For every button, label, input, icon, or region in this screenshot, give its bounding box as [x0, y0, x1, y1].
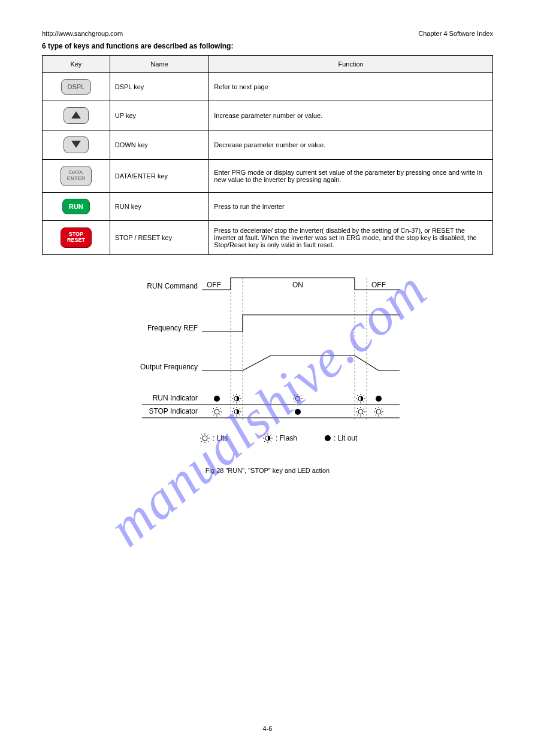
svg-line-42 — [219, 415, 220, 416]
header-right-chapter: Chapter 4 Software Index — [418, 30, 493, 37]
svg-line-32 — [363, 402, 364, 403]
func-cell: Press to decelerate/ stop the inverter( … — [209, 221, 493, 255]
up-arrow-key-icon — [64, 107, 89, 124]
func-cell: Enter PRG mode or display current set va… — [209, 160, 493, 193]
legend-row: : Lits : Flash : Lit out — [200, 433, 358, 443]
func-cell: Decrease parameter number or value. — [209, 130, 493, 160]
run-indicator-row — [214, 394, 382, 403]
stop-reset-key-icon: STOP RESET — [61, 227, 92, 248]
th-name: Name — [110, 56, 208, 73]
svg-point-55 — [358, 409, 363, 414]
label-output-frequency: Output Frequency — [140, 363, 197, 371]
svg-line-16 — [239, 395, 240, 396]
legend-litout-icon — [325, 435, 331, 441]
svg-line-25 — [300, 395, 301, 396]
svg-line-41 — [213, 408, 214, 409]
triangle-up-icon — [71, 111, 81, 119]
svg-text:: Lit out: : Lit out — [334, 434, 358, 442]
label-run-indicator: RUN Indicator — [152, 394, 197, 402]
label-off-left: OFF — [207, 281, 221, 289]
legend-lits-icon — [200, 433, 210, 443]
svg-line-89 — [270, 441, 271, 442]
svg-line-44 — [219, 408, 220, 409]
page-body: http://www.sanchgroup.com Chapter 4 Soft… — [0, 0, 535, 474]
svg-line-60 — [357, 408, 358, 409]
data-enter-key-icon: DATA ENTER — [61, 166, 92, 186]
label-frequency-ref: Frequency REF — [147, 324, 197, 332]
name-cell: DATA/ENTER key — [110, 160, 208, 193]
svg-line-61 — [363, 415, 364, 416]
th-key: Key — [43, 56, 110, 73]
svg-line-78 — [201, 435, 202, 436]
table-row: STOP RESET STOP / RESET key Press to dec… — [43, 221, 493, 255]
svg-line-43 — [213, 415, 214, 416]
dspl-key-icon: DSPL — [61, 79, 92, 95]
section-heading: 6 type of keys and functions are describ… — [42, 42, 493, 50]
svg-point-17 — [295, 396, 300, 401]
timing-diagram-svg: RUN Command OFF ON OFF Frequency REF Out… — [124, 266, 412, 457]
svg-line-91 — [270, 435, 271, 436]
svg-line-13 — [233, 395, 234, 396]
figure-caption: Fig 28 "RUN", "STOP" key and LED action — [42, 467, 493, 474]
svg-point-64 — [376, 409, 381, 414]
svg-line-15 — [233, 402, 234, 403]
svg-line-14 — [239, 402, 240, 403]
svg-line-81 — [207, 435, 208, 436]
legend-litout: Lit out — [337, 434, 357, 442]
svg-line-88 — [264, 435, 265, 436]
name-cell: STOP / RESET key — [110, 221, 208, 255]
svg-line-50 — [233, 408, 234, 409]
th-func: Function — [209, 56, 493, 73]
func-cell: Press to run the inverter — [209, 193, 493, 221]
svg-line-52 — [233, 415, 234, 416]
key-up-cell — [43, 101, 110, 130]
legend-lits: Lits — [216, 434, 228, 442]
svg-line-80 — [201, 441, 202, 442]
table-header-row: Key Name Function — [43, 56, 493, 73]
svg-text:: Lits: : Lits — [213, 434, 228, 442]
table-row: RUN RUN key Press to run the inverter — [43, 193, 493, 221]
name-cell: DOWN key — [110, 130, 208, 160]
svg-line-23 — [300, 402, 301, 403]
key-stop-reset-cell: STOP RESET — [43, 221, 110, 255]
header-left-url: http://www.sanchgroup.com — [42, 30, 123, 37]
func-cell: Refer to next page — [209, 73, 493, 101]
label-off-right: OFF — [371, 281, 386, 289]
svg-line-71 — [375, 415, 376, 416]
label-run-command: RUN Command — [147, 282, 198, 290]
stop-indicator-row — [212, 407, 383, 417]
sun-lits-icon — [293, 394, 303, 403]
run-key-icon: RUN — [62, 199, 90, 214]
svg-line-24 — [294, 402, 295, 403]
key-dspl-cell: DSPL — [43, 73, 110, 101]
label-stop-indicator: STOP Indicator — [149, 407, 198, 415]
label-on: ON — [292, 281, 303, 289]
svg-line-33 — [357, 402, 358, 403]
svg-line-53 — [239, 408, 240, 409]
svg-line-22 — [294, 395, 295, 396]
svg-line-62 — [357, 415, 358, 416]
svg-line-34 — [363, 395, 364, 396]
legend-flash: Flash — [279, 434, 297, 442]
svg-point-35 — [376, 396, 382, 402]
svg-point-36 — [214, 409, 219, 414]
triangle-down-icon — [71, 141, 81, 148]
svg-line-79 — [207, 441, 208, 442]
legend-flash-icon — [263, 433, 273, 443]
sun-flash-icon — [234, 396, 239, 401]
svg-line-90 — [264, 441, 265, 442]
table-row: DATA ENTER DATA/ENTER key Enter PRG mode… — [43, 160, 493, 193]
svg-point-6 — [214, 396, 220, 402]
svg-line-51 — [239, 415, 240, 416]
key-down-cell — [43, 130, 110, 160]
page-number: 4-6 — [0, 725, 535, 732]
func-cell: Increase parameter number or value. — [209, 101, 493, 130]
name-cell: UP key — [110, 101, 208, 130]
down-arrow-key-icon — [64, 136, 89, 153]
svg-text:: Flash: : Flash — [276, 434, 297, 442]
svg-point-73 — [202, 436, 207, 441]
timing-diagram: RUN Command OFF ON OFF Frequency REF Out… — [42, 266, 493, 460]
name-cell: DSPL key — [110, 73, 208, 101]
table-row: UP key Increase parameter number or valu… — [43, 101, 493, 130]
svg-line-31 — [357, 395, 358, 396]
